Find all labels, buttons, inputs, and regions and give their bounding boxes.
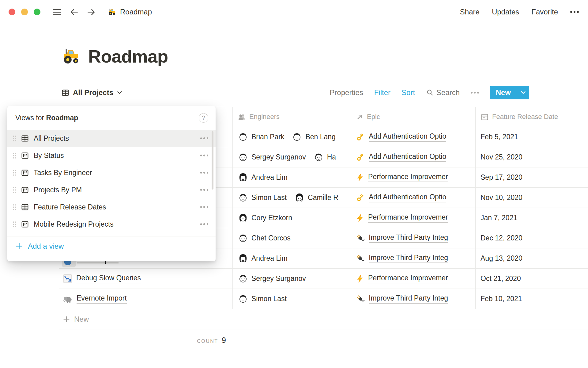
view-item-menu-icon[interactable] <box>200 189 209 191</box>
date-cell[interactable]: Oct 21, 2020 <box>476 269 588 289</box>
engineers-cell[interactable]: Simon Last Camille R <box>233 188 352 208</box>
view-item-menu-icon[interactable] <box>200 172 209 174</box>
name-cell[interactable]: Debug Slow Queries <box>59 269 233 289</box>
engineers-cell[interactable]: Andrea Lim <box>233 248 352 268</box>
engineer-chip[interactable]: Ha <box>313 152 336 163</box>
new-button-label[interactable]: New <box>490 86 517 99</box>
close-window-button[interactable] <box>9 9 15 15</box>
epic-link[interactable]: Performance Improvemer <box>368 213 448 222</box>
epic-cell[interactable]: Add Authentication Optio <box>352 188 476 208</box>
view-more-options-icon[interactable] <box>471 92 479 94</box>
date-cell[interactable]: Aug 13, 2020 <box>476 248 588 268</box>
engineer-chip[interactable]: Camille R <box>294 192 338 203</box>
epic-cell[interactable]: Performance Improvemer <box>352 269 476 289</box>
engineers-cell[interactable]: Andrea Lim <box>233 167 352 187</box>
drag-handle-icon[interactable] <box>12 221 17 228</box>
tractor-icon[interactable] <box>61 47 81 66</box>
epic-cell[interactable]: Performance Improvemer <box>352 167 476 187</box>
engineers-cell[interactable]: Cory Etzkorn <box>233 208 352 228</box>
engineer-chip[interactable]: Simon Last <box>238 293 287 304</box>
view-item-mobile-redesign-projects[interactable]: Mobile Redesign Projects <box>7 216 216 233</box>
add-view-button[interactable]: Add a view <box>7 236 216 256</box>
epic-link[interactable]: Improve Third Party Integ <box>369 233 448 243</box>
engineers-cell[interactable]: Sergey Surganov <box>233 269 352 289</box>
minimize-window-button[interactable] <box>21 9 28 15</box>
new-dropdown-button[interactable] <box>517 86 529 99</box>
view-item-menu-icon[interactable] <box>200 155 209 156</box>
date-cell[interactable]: Nov 10, 2020 <box>476 188 588 208</box>
engineer-chip[interactable]: Sergey Surganov <box>238 273 306 284</box>
epic-link[interactable]: Performance Improvemer <box>368 173 448 182</box>
engineers-cell[interactable]: Chet Corcos <box>233 228 352 248</box>
date-cell[interactable]: Sep 17, 2020 <box>476 167 588 187</box>
updates-button[interactable]: Updates <box>492 8 519 16</box>
count-footer[interactable]: COUNT 9 <box>59 329 233 345</box>
breadcrumb[interactable]: Roadmap <box>107 8 152 17</box>
epic-link[interactable]: Improve Third Party Integ <box>369 254 448 263</box>
view-item-menu-icon[interactable] <box>200 137 209 139</box>
engineer-chip[interactable]: Brian Park <box>238 132 284 142</box>
epic-cell[interactable]: Improve Third Party Integ <box>352 248 476 268</box>
drag-handle-icon[interactable] <box>12 152 17 159</box>
new-button[interactable]: New <box>490 86 529 99</box>
forward-button[interactable] <box>86 8 96 16</box>
epic-link[interactable]: Performance Improvemer <box>368 274 448 283</box>
share-button[interactable]: Share <box>460 8 480 16</box>
engineer-chip[interactable]: Ben Lang <box>292 132 335 142</box>
drag-handle-icon[interactable] <box>12 169 17 176</box>
favorite-button[interactable]: Favorite <box>531 8 558 16</box>
epic-link[interactable]: Add Authentication Optio <box>369 152 446 162</box>
engineer-chip[interactable]: Simon Last <box>238 192 287 203</box>
drag-handle-icon[interactable] <box>12 204 17 211</box>
epic-cell[interactable]: Improve Third Party Integ <box>352 228 476 248</box>
add-row-button[interactable]: New <box>59 309 588 329</box>
view-item-menu-icon[interactable] <box>200 223 209 225</box>
drag-handle-icon[interactable] <box>12 135 17 142</box>
engineer-chip[interactable]: Chet Corcos <box>238 233 291 243</box>
view-item-menu-icon[interactable] <box>200 206 209 208</box>
search-button[interactable]: Search <box>426 88 460 97</box>
more-options-icon[interactable] <box>570 11 579 13</box>
properties-button[interactable]: Properties <box>330 88 363 97</box>
page-title[interactable]: Roadmap <box>88 46 168 67</box>
view-item-projects-by-pm[interactable]: Projects By PM <box>7 181 216 198</box>
column-header-epic[interactable]: Epic <box>352 107 476 127</box>
help-icon[interactable]: ? <box>199 113 208 123</box>
engineers-cell[interactable]: Simon Last <box>233 289 352 309</box>
sidebar-menu-button[interactable] <box>52 8 62 16</box>
epic-cell[interactable]: Add Authentication Optio <box>352 147 476 167</box>
date-cell[interactable]: Nov 25, 2020 <box>476 147 588 167</box>
sort-button[interactable]: Sort <box>401 88 415 97</box>
epic-cell[interactable]: Add Authentication Optio <box>352 127 476 147</box>
engineer-chip[interactable]: Sergey Surganov <box>238 152 306 163</box>
date-cell[interactable]: Dec 12, 2020 <box>476 228 588 248</box>
column-header-engineers[interactable]: Engineers <box>233 107 352 127</box>
view-selector[interactable]: All Projects <box>61 88 122 97</box>
date-cell[interactable]: Feb 5, 2021 <box>476 127 588 147</box>
view-item-feature-release-dates[interactable]: Feature Release Dates <box>7 198 216 216</box>
name-cell[interactable]: Evernote Import <box>59 289 233 309</box>
view-item-tasks-by-engineer[interactable]: Tasks By Engineer <box>7 164 216 181</box>
view-item-all-projects[interactable]: All Projects <box>7 130 216 147</box>
engineer-chip[interactable]: Cory Etzkorn <box>238 213 292 223</box>
date-cell[interactable]: Jan 7, 2021 <box>476 208 588 228</box>
project-link[interactable]: Evernote Import <box>77 294 127 304</box>
panel-scrollbar[interactable] <box>212 131 213 190</box>
epic-link[interactable]: Add Authentication Optio <box>369 193 446 202</box>
engineer-chip[interactable]: Andrea Lim <box>238 253 288 264</box>
drag-handle-icon[interactable] <box>12 186 17 194</box>
filter-button[interactable]: Filter <box>374 88 390 97</box>
engineers-cell[interactable]: Sergey Surganov Ha <box>233 147 352 167</box>
date-cell[interactable]: Feb 10, 2021 <box>476 289 588 309</box>
back-button[interactable] <box>70 8 79 16</box>
epic-cell[interactable]: Improve Third Party Integ <box>352 289 476 309</box>
view-item-by-status[interactable]: By Status <box>7 147 216 164</box>
epic-link[interactable]: Improve Third Party Integ <box>369 294 448 303</box>
epic-cell[interactable]: Performance Improvemer <box>352 208 476 228</box>
engineers-cell[interactable]: Brian Park Ben Lang <box>233 127 352 147</box>
engineer-chip[interactable]: Andrea Lim <box>238 172 288 183</box>
epic-link[interactable]: Add Authentication Optio <box>369 132 446 141</box>
column-header-date[interactable]: Feature Release Date <box>476 107 588 127</box>
project-link[interactable]: Debug Slow Queries <box>76 274 141 283</box>
zoom-window-button[interactable] <box>34 9 40 15</box>
